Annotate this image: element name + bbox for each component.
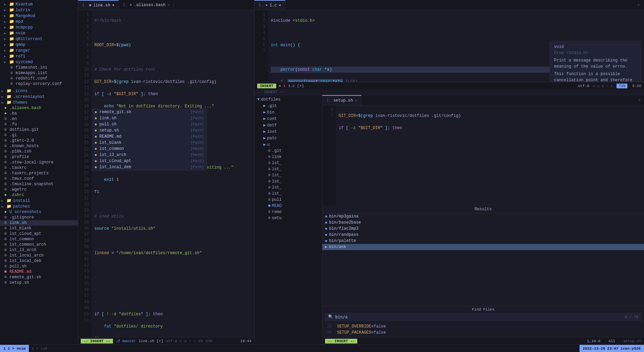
result-flac2mp3[interactable]: ■ bin/flac2mp3	[322, 226, 644, 232]
right-file-tree[interactable]: ▼ dotfiles ▶ .git ▶ bin	[254, 95, 322, 345]
autocomplete-dropdown[interactable]: ■ remote_git.sh [Path] ■ link.sh [Path] …	[92, 109, 207, 171]
panel-x-button[interactable]: ✕	[635, 95, 644, 105]
tree-item-pull-file[interactable]: ≡ pull	[254, 197, 322, 203]
sidebar-item-taskrc-projects[interactable]: ≡ .taskrc.projects	[0, 171, 78, 176]
autocomplete-item-lst-cloud[interactable]: ■ lst_cloud_apt [Path]	[92, 158, 207, 164]
close-icon[interactable]: ✕	[355, 99, 357, 103]
tab-aliases-bash[interactable]: 2. ■ .aliases.bash ✕	[119, 0, 174, 10]
tree-item-dotfiles[interactable]: ▼ dotfiles	[254, 96, 322, 103]
tree-item-lst2[interactable]: ≡ lst_	[254, 166, 322, 172]
sidebar-item-mimeapps[interactable]: ≡ mimeapps.list	[0, 70, 78, 76]
sidebar-item-lutris[interactable]: ▶ 📁 lutris	[0, 7, 78, 13]
result-mp3gaina[interactable]: ■ bin/mp3gaina	[322, 213, 644, 219]
result-randpass[interactable]: ■ bin/randpass	[322, 232, 644, 238]
sidebar-item-redshift[interactable]: ≡ redshift.conf	[0, 76, 78, 81]
tree-item-git[interactable]: ▶ .git	[254, 103, 322, 109]
find-files-input-wrapper[interactable]: 🔍 6 / 76	[325, 313, 641, 321]
sidebar-item-lst-cloud[interactable]: ≡ lst_cloud_apt	[0, 231, 78, 236]
tree-item-u[interactable]: ▶ u	[254, 141, 322, 148]
sidebar-item-fu[interactable]: ≡ .fu	[0, 122, 78, 127]
sidebar-item-p10k[interactable]: ≡ .p10k.zsh	[0, 149, 78, 154]
tree-item-bin[interactable]: ▶ bin	[254, 109, 322, 116]
tab-close-button[interactable]: ✕	[168, 3, 170, 7]
sidebar-item-qmmp[interactable]: ▶ 📁 qmmp	[0, 42, 78, 48]
sidebar-item-gi[interactable]: ≡ .gi	[0, 133, 78, 138]
result-base2base[interactable]: ■ bin/base2base	[322, 219, 644, 226]
sidebar-item-systemd[interactable]: ▶ 📁 systemd	[0, 59, 78, 65]
sidebar-item-lst-local-deb[interactable]: ≡ lst_local_deb	[0, 258, 78, 264]
sidebar-item-install[interactable]: ▶ 📁 install	[0, 198, 78, 204]
sidebar-item-dotfiles-git[interactable]: ≡ dotfiles.git	[0, 127, 78, 133]
tab-close-button[interactable]: ●	[112, 3, 114, 7]
sidebar-item-link-sh[interactable]: ≡ link.sh	[0, 220, 78, 226]
tree-item-git-file[interactable]: ≡ .git	[254, 148, 322, 154]
tab-close-button[interactable]: ●	[279, 3, 281, 7]
sidebar-item-lst-blank[interactable]: ≡ lst_blank	[0, 226, 78, 231]
tree-item-remo[interactable]: ≡ remo	[254, 209, 322, 215]
sidebar-item-screenshots[interactable]: ● U screenshots	[0, 209, 78, 215]
tree-item-lst6[interactable]: ≡ lst_	[254, 191, 322, 197]
left-code-content[interactable]: #!/bin/bash ROOT_DIR=$(pwd) # Check for …	[92, 10, 254, 337]
sidebar-item-stow[interactable]: ≡ .stow-local-ignore	[0, 160, 78, 165]
setup-code-content[interactable]: GIT_DIR=$(grep ivan-ristovic/dotfiles .g…	[336, 105, 644, 206]
sidebar-item-known-hosts[interactable]: ≡ .known_hosts	[0, 143, 78, 149]
sidebar-item-qbittorrent[interactable]: ▶ 📁 qBittorrent	[0, 36, 78, 42]
panel-close-button[interactable]: ✕	[633, 0, 644, 10]
sidebar-item-rofi[interactable]: ▶ 📁 rofi	[0, 53, 78, 59]
tree-item-readme-file[interactable]: ■ READ	[254, 203, 322, 209]
sidebar-item-screenlayout[interactable]: ▶ 📁 .screenlayout	[0, 94, 78, 100]
results-list[interactable]: ■ bin/mp3gaina ■ bin/base2base ■ bin/fla…	[322, 213, 644, 306]
result-palette[interactable]: ■ bin/palette	[322, 238, 644, 244]
sidebar-item-flameshot[interactable]: ≡ flameshot.ini	[0, 65, 78, 70]
autocomplete-item-lst-l3[interactable]: ■ lst_l3_arch [Path]	[92, 152, 207, 158]
sidebar-item-mangohud[interactable]: ▶ 📁 MangoHud	[0, 13, 78, 19]
sidebar-item-aliases-bash[interactable]: ● .aliases.bash	[0, 105, 78, 111]
sidebar-item-lst-common[interactable]: ≡ lst_common	[0, 236, 78, 242]
sidebar-item-gitignore[interactable]: ≡ .gitignore	[0, 215, 78, 220]
autocomplete-item-lst-local[interactable]: ■ lst_local_deb [Path]	[92, 164, 207, 170]
sidebar-item-setup[interactable]: ≡ setup.sh	[0, 280, 78, 285]
sidebar-item-pull[interactable]: ≡ pull.sh	[0, 264, 78, 269]
sidebar-item-wgetrc[interactable]: ≡ .wgetrc	[0, 187, 78, 192]
tab-1c[interactable]: 1. ● 1.c ●	[254, 0, 285, 10]
sidebar-item-mpd[interactable]: ▶ 📁 mpd	[0, 19, 78, 24]
sidebar-item-tmux[interactable]: ≡ .tmux.conf	[0, 176, 78, 181]
sidebar-item-lst-local-arch[interactable]: ≡ lst_local_arch	[0, 253, 78, 258]
tree-item-lst4[interactable]: ≡ lst_	[254, 178, 322, 184]
sidebar-item-nvim[interactable]: ▶ 📁 nvim	[0, 30, 78, 36]
sidebar-item-gtkrc[interactable]: ≡ .gtkrc-2.0	[0, 138, 78, 143]
sidebar-item-lst-l3[interactable]: ≡ lst_l3_arch	[0, 247, 78, 253]
autocomplete-item-link[interactable]: ■ link.sh [Path]	[92, 115, 207, 121]
tab-setup-sh[interactable]: 1. setup.sh ✕	[322, 95, 361, 105]
tree-item-lst5[interactable]: ≡ lst_	[254, 184, 322, 191]
tree-item-lst3[interactable]: ≡ lst_	[254, 172, 322, 178]
sidebar-item-profile[interactable]: ≡ .profile	[0, 154, 78, 160]
sidebar-item-remote-git[interactable]: ≡ remote_git.sh	[0, 275, 78, 280]
sidebar-item-ba[interactable]: ● .ba	[0, 111, 78, 116]
autocomplete-item-remote[interactable]: ■ remote_git.sh [Path]	[92, 109, 207, 115]
autocomplete-item-lst-blank[interactable]: ■ lst_blank [Path]	[92, 140, 207, 146]
sidebar-item-zshrc[interactable]: ● .zshrc	[0, 192, 78, 198]
file-tree-sidebar[interactable]: ▶ 📁 Kvantum ▶ 📁 lutris ▶ 📁 MangoHud ▶ 📁 …	[0, 0, 78, 345]
tab-link-sh[interactable]: 1. ■ link.sh ●	[78, 0, 119, 10]
tree-item-link-file[interactable]: ≡ link	[254, 154, 322, 160]
tree-item-inst[interactable]: ▶ inst	[254, 128, 322, 135]
tree-item-setu[interactable]: ≡ setu	[254, 215, 322, 221]
sidebar-item-readme[interactable]: ■ README.md	[0, 269, 78, 275]
sidebar-item-lst-common-arch[interactable]: ≡ lst_common_arch	[0, 242, 78, 247]
autocomplete-item-readme[interactable]: ■ README.md [Path]	[92, 134, 207, 140]
tree-item-patc[interactable]: ▶ patc	[254, 135, 322, 141]
result-ask[interactable]: ▶ bin/ask	[322, 244, 644, 250]
sidebar-item-ncmpcpp[interactable]: ▶ 📁 ncmpcpp	[0, 24, 78, 30]
sidebar-item-tmuxline[interactable]: ≡ .tmuxline.snapshot	[0, 181, 78, 187]
tree-item-dotf[interactable]: ▶ dotf	[254, 122, 322, 128]
autocomplete-item-lst-common[interactable]: ■ lst_common [Path]	[92, 146, 207, 152]
tree-item-lst1[interactable]: ≡ lst_	[254, 160, 322, 166]
sidebar-item-ranger[interactable]: ▶ 📁 ranger	[0, 48, 78, 53]
find-files-input[interactable]	[335, 315, 623, 319]
autocomplete-item-setup[interactable]: ■ setup.sh [Path]	[92, 127, 207, 134]
autocomplete-item-pull[interactable]: ■ pull.sh [Path]	[92, 121, 207, 127]
sidebar-item-replay[interactable]: ≡ replay-sorcery.conf	[0, 81, 78, 87]
sidebar-item-en[interactable]: ≡ .en	[0, 116, 78, 122]
tree-item-cont[interactable]: ▶ cont	[254, 116, 322, 122]
